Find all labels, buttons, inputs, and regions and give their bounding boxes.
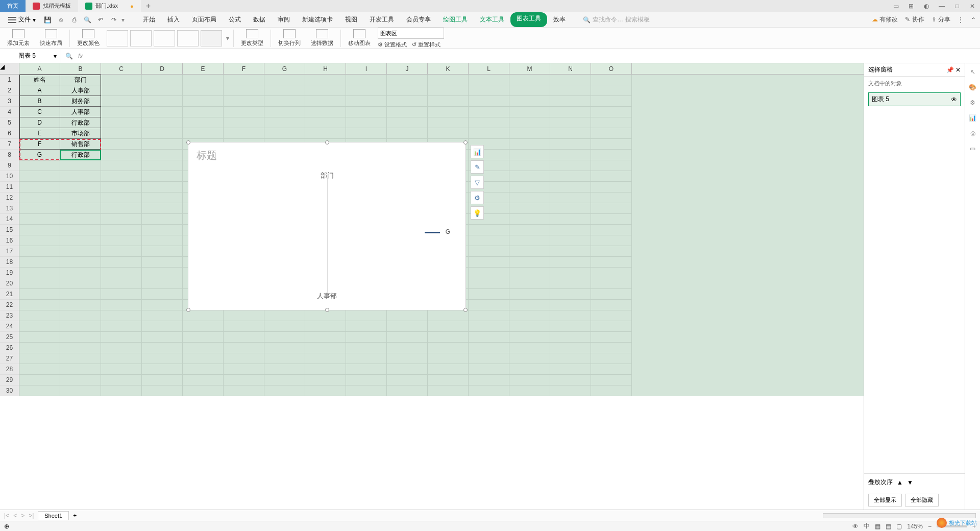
- cell[interactable]: [60, 332, 101, 343]
- cell[interactable]: [19, 310, 60, 321]
- cell[interactable]: [60, 235, 101, 246]
- cell[interactable]: [469, 225, 509, 235]
- cell[interactable]: [60, 225, 101, 235]
- show-all-button[interactable]: 全部显示: [868, 494, 902, 506]
- row-header[interactable]: 10: [0, 171, 19, 182]
- row-header[interactable]: 29: [0, 375, 19, 385]
- cell[interactable]: [142, 203, 183, 214]
- cell[interactable]: [60, 160, 101, 171]
- cell[interactable]: [142, 150, 183, 160]
- cell[interactable]: [346, 128, 387, 139]
- cell[interactable]: [101, 310, 142, 321]
- menu-tab-chart[interactable]: 图表工具: [510, 12, 547, 27]
- cell[interactable]: [305, 375, 346, 385]
- set-format-button[interactable]: ⚙ 设置格式: [378, 41, 407, 49]
- cell[interactable]: [101, 332, 142, 343]
- cell[interactable]: [469, 385, 509, 396]
- cell[interactable]: [60, 182, 101, 192]
- cell[interactable]: [305, 310, 346, 321]
- zoom-level[interactable]: 145%: [907, 523, 923, 530]
- cell[interactable]: F: [19, 139, 60, 150]
- cell[interactable]: [509, 192, 550, 203]
- row-header[interactable]: 15: [0, 225, 19, 235]
- sheet-tab[interactable]: Sheet1: [38, 511, 69, 520]
- cell[interactable]: [60, 278, 101, 289]
- cell[interactable]: [60, 257, 101, 268]
- select-tool-icon[interactable]: ↖: [968, 67, 977, 77]
- cell[interactable]: [387, 353, 428, 364]
- add-element-button[interactable]: 添加元素: [4, 29, 33, 47]
- cell[interactable]: [346, 96, 387, 107]
- cell[interactable]: [550, 182, 591, 192]
- cell[interactable]: [550, 257, 591, 268]
- cell[interactable]: [346, 364, 387, 375]
- cell[interactable]: [60, 203, 101, 214]
- pin-icon[interactable]: 📌: [946, 66, 954, 74]
- menu-tab-data[interactable]: 数据: [247, 12, 272, 27]
- cell[interactable]: [60, 385, 101, 396]
- row-header[interactable]: 28: [0, 364, 19, 375]
- cell[interactable]: [509, 128, 550, 139]
- cell[interactable]: [101, 257, 142, 268]
- cell[interactable]: [183, 364, 224, 375]
- cell[interactable]: 行政部: [60, 117, 101, 128]
- chart-title[interactable]: 标题: [197, 149, 217, 162]
- col-header[interactable]: D: [142, 63, 183, 74]
- cell[interactable]: [591, 160, 632, 171]
- cell[interactable]: [346, 332, 387, 343]
- row-header[interactable]: 4: [0, 107, 19, 117]
- row-header[interactable]: 24: [0, 321, 19, 332]
- cell[interactable]: [346, 75, 387, 85]
- cell[interactable]: [591, 310, 632, 321]
- chart-elements-icon[interactable]: 📊: [471, 145, 484, 158]
- cell[interactable]: [591, 375, 632, 385]
- cell[interactable]: [509, 225, 550, 235]
- cell[interactable]: [60, 192, 101, 203]
- cell[interactable]: [19, 268, 60, 278]
- cell[interactable]: [387, 85, 428, 96]
- chart-filter-icon[interactable]: ▽: [471, 176, 484, 189]
- print-icon[interactable]: ⎙: [68, 14, 80, 26]
- row-header[interactable]: 11: [0, 182, 19, 192]
- cell[interactable]: [346, 375, 387, 385]
- cell[interactable]: 市场部: [60, 128, 101, 139]
- cell[interactable]: [142, 225, 183, 235]
- quick-layout-button[interactable]: 快速布局: [37, 29, 65, 47]
- cell[interactable]: [591, 257, 632, 268]
- col-header[interactable]: M: [509, 63, 550, 74]
- cell[interactable]: [469, 96, 509, 107]
- select-all-corner[interactable]: ◢: [0, 63, 19, 74]
- cell[interactable]: [19, 171, 60, 182]
- cell[interactable]: [591, 300, 632, 310]
- cell[interactable]: [264, 85, 305, 96]
- cell[interactable]: [142, 310, 183, 321]
- cell[interactable]: [19, 353, 60, 364]
- col-header[interactable]: E: [183, 63, 224, 74]
- layout-icon[interactable]: ▭: [888, 0, 903, 12]
- cell[interactable]: [428, 96, 469, 107]
- cell[interactable]: [142, 321, 183, 332]
- cell[interactable]: [142, 171, 183, 182]
- cell[interactable]: [509, 160, 550, 171]
- view-normal-icon[interactable]: ▦: [875, 523, 880, 530]
- col-header[interactable]: O: [591, 63, 632, 74]
- cell[interactable]: [550, 160, 591, 171]
- cell[interactable]: [142, 85, 183, 96]
- cell[interactable]: [550, 128, 591, 139]
- hide-all-button[interactable]: 全部隐藏: [905, 494, 939, 506]
- cell[interactable]: [509, 85, 550, 96]
- cell[interactable]: [509, 300, 550, 310]
- cell[interactable]: [264, 321, 305, 332]
- select-data-button[interactable]: 选择数据: [308, 29, 336, 47]
- cell[interactable]: [428, 353, 469, 364]
- cell[interactable]: [101, 289, 142, 300]
- menu-tab-dev[interactable]: 开发工具: [363, 12, 400, 27]
- coop-button[interactable]: ✎ 协作: [905, 15, 924, 24]
- close-pane-icon[interactable]: ✕: [955, 66, 961, 74]
- cell[interactable]: [142, 246, 183, 257]
- cell[interactable]: [469, 107, 509, 117]
- cell[interactable]: [142, 343, 183, 353]
- cell[interactable]: [101, 375, 142, 385]
- cell[interactable]: [101, 107, 142, 117]
- cell[interactable]: [19, 192, 60, 203]
